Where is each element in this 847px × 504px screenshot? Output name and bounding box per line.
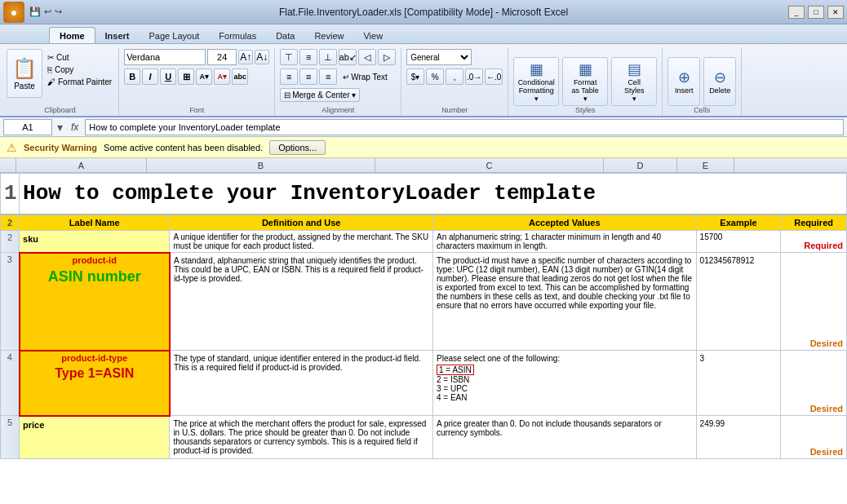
font-color-btn[interactable]: A▾ xyxy=(214,69,230,85)
spreadsheet: A B C D E 1 How to complete your Invento… xyxy=(0,158,847,504)
redo-icon[interactable]: ↪ xyxy=(55,7,62,17)
alignment-group: ⊤ ≡ ⊥ ab↙ ◁ ▷ ≡ ≡ ≡ ↵ Wrap Text ⊟ Merge … xyxy=(275,47,401,116)
cell-styles-dropdown[interactable]: ▾ xyxy=(632,95,636,103)
isbn-option: 2 = ISBN xyxy=(437,375,693,384)
indent-increase-btn[interactable]: ▷ xyxy=(378,49,396,65)
italic-button[interactable]: I xyxy=(142,69,158,85)
price-accepted: A price greater than 0. Do not include t… xyxy=(437,419,662,437)
insert-btn[interactable]: ⊕ Insert xyxy=(667,57,700,106)
col-header-a[interactable]: A xyxy=(16,158,147,173)
formula-input[interactable] xyxy=(85,119,844,135)
product-id-definition-cell[interactable]: A standard, alphanumeric string that uni… xyxy=(170,253,433,351)
sku-required-cell: Required xyxy=(781,231,847,253)
align-right-btn[interactable]: ≡ xyxy=(319,69,337,85)
sku-label-cell[interactable]: sku xyxy=(20,231,170,253)
bold-button[interactable]: B xyxy=(124,69,140,85)
product-id-accepted: The product-id must have a specific numb… xyxy=(437,256,692,310)
product-id-accepted-cell[interactable]: The product-id must have a specific numb… xyxy=(432,253,696,351)
tab-page-layout[interactable]: Page Layout xyxy=(140,28,210,43)
product-id-example-cell[interactable]: 012345678912 xyxy=(696,253,781,351)
strikethrough-btn[interactable]: abc xyxy=(232,69,248,85)
paste-button[interactable]: 📋 Paste xyxy=(7,49,42,98)
col-header-d[interactable]: D xyxy=(604,158,677,173)
price-label-cell[interactable]: price xyxy=(20,416,170,459)
col-header-e[interactable]: E xyxy=(677,158,734,173)
cell-styles-btn[interactable]: ▤ CellStyles ▾ xyxy=(611,57,657,106)
tab-insert[interactable]: Insert xyxy=(95,28,140,43)
font-name-input[interactable] xyxy=(124,49,206,65)
price-accepted-cell[interactable]: A price greater than 0. Do not include t… xyxy=(432,416,696,459)
increase-font-btn[interactable]: A↑ xyxy=(238,50,253,64)
align-center-btn[interactable]: ≡ xyxy=(299,69,317,85)
tab-data[interactable]: Data xyxy=(266,28,304,43)
sku-example-cell[interactable]: 15700 xyxy=(696,231,781,253)
align-middle-btn[interactable]: ≡ xyxy=(299,49,317,65)
product-id-type-label: product-id-type xyxy=(61,353,127,363)
fx-label: fx xyxy=(68,122,82,133)
product-id-label-cell[interactable]: product-id ASIN number xyxy=(20,253,170,351)
align-bottom-btn[interactable]: ⊥ xyxy=(319,49,337,65)
merge-dropdown-icon[interactable]: ▾ xyxy=(352,91,356,99)
office-button[interactable]: ● xyxy=(3,2,24,23)
underline-button[interactable]: U xyxy=(160,69,176,85)
conditional-dropdown[interactable]: ▾ xyxy=(534,95,539,103)
sku-accepted-cell[interactable]: An alphanumeric string; 1 character mini… xyxy=(432,231,696,253)
format-table-icon: ▦ xyxy=(579,60,592,78)
minimize-btn[interactable]: _ xyxy=(788,6,805,19)
align-top-btn[interactable]: ⊤ xyxy=(280,49,298,65)
currency-btn[interactable]: $▾ xyxy=(406,69,424,85)
comma-btn[interactable]: , xyxy=(446,69,463,85)
align-left-btn[interactable]: ≡ xyxy=(280,69,298,85)
insert-label: Insert xyxy=(675,86,694,95)
merge-label: Merge & Center xyxy=(292,91,350,99)
options-button[interactable]: Options... xyxy=(269,140,326,155)
save-icon[interactable]: 💾 xyxy=(29,7,41,17)
cell-reference-input[interactable] xyxy=(3,119,52,135)
delete-btn[interactable]: ⊖ Delete xyxy=(703,57,736,106)
price-definition-cell[interactable]: The price at which the merchant offers t… xyxy=(170,416,433,459)
tab-home[interactable]: Home xyxy=(49,27,95,43)
wrap-text-button[interactable]: ↵ Wrap Text xyxy=(339,69,392,85)
orientation-btn[interactable]: ab↙ xyxy=(339,49,357,65)
conditional-formatting-btn[interactable]: ▦ ConditionalFormatting ▾ xyxy=(513,57,559,106)
format-painter-button[interactable]: 🖌 Format Painter xyxy=(46,77,113,87)
decrease-decimal-btn[interactable]: ←.0 xyxy=(485,69,503,85)
product-id-type-label-cell[interactable]: product-id-type Type 1=ASIN xyxy=(20,351,170,416)
styles-label: Styles xyxy=(508,106,662,114)
product-id-type-definition-cell[interactable]: The type of standard, unique identifier … xyxy=(170,351,433,416)
percent-btn[interactable]: % xyxy=(426,69,444,85)
price-example-cell[interactable]: 249.99 xyxy=(696,416,781,459)
cut-button[interactable]: ✂ Cut xyxy=(46,52,113,63)
number-format-select[interactable]: General Number Currency Text xyxy=(406,49,472,65)
decrease-font-btn[interactable]: A↓ xyxy=(255,50,269,64)
format-painter-icon: 🖌 xyxy=(47,77,55,86)
fill-color-btn[interactable]: A▾ xyxy=(196,69,212,85)
font-size-input[interactable] xyxy=(207,49,237,65)
border-button[interactable]: ⊞ xyxy=(178,69,194,85)
product-id-type-example-cell[interactable]: 3 xyxy=(696,351,781,416)
undo-icon[interactable]: ↩ xyxy=(44,7,51,17)
maximize-btn[interactable]: □ xyxy=(808,6,824,19)
font-label: Font xyxy=(119,106,274,114)
tab-formulas[interactable]: Formulas xyxy=(209,28,266,43)
sheet-area[interactable]: 1 How to complete your InventoryLoader t… xyxy=(0,173,847,504)
col-header-c[interactable]: C xyxy=(375,158,604,173)
indent-decrease-btn[interactable]: ◁ xyxy=(358,49,376,65)
paste-icon: 📋 xyxy=(12,57,37,80)
number-group: General Number Currency Text $▾ % , .0→ … xyxy=(401,47,508,116)
asin-text: ASIN number xyxy=(24,268,166,285)
tab-review[interactable]: Review xyxy=(304,28,353,43)
close-btn[interactable]: ✕ xyxy=(827,6,844,19)
product-id-type-accepted-cell[interactable]: Please select one of the following: 1 = … xyxy=(432,351,696,416)
tab-view[interactable]: View xyxy=(353,28,392,43)
col-header-b[interactable]: B xyxy=(147,158,375,173)
increase-decimal-btn[interactable]: .0→ xyxy=(465,69,483,85)
format-table-btn[interactable]: ▦ Formatas Table ▾ xyxy=(562,57,608,106)
merge-center-button[interactable]: ⊟ Merge & Center ▾ xyxy=(280,88,360,102)
title-cell[interactable]: How to complete your InventoryLoader tem… xyxy=(20,174,847,214)
product-id-type-row: 4 product-id-type Type 1=ASIN The type o… xyxy=(1,351,847,416)
cut-icon: ✂ xyxy=(47,53,54,62)
copy-button[interactable]: ⎘ Copy xyxy=(46,64,113,75)
format-table-dropdown[interactable]: ▾ xyxy=(583,95,588,103)
sku-definition-cell[interactable]: A unique identifier for the product, ass… xyxy=(170,231,433,253)
